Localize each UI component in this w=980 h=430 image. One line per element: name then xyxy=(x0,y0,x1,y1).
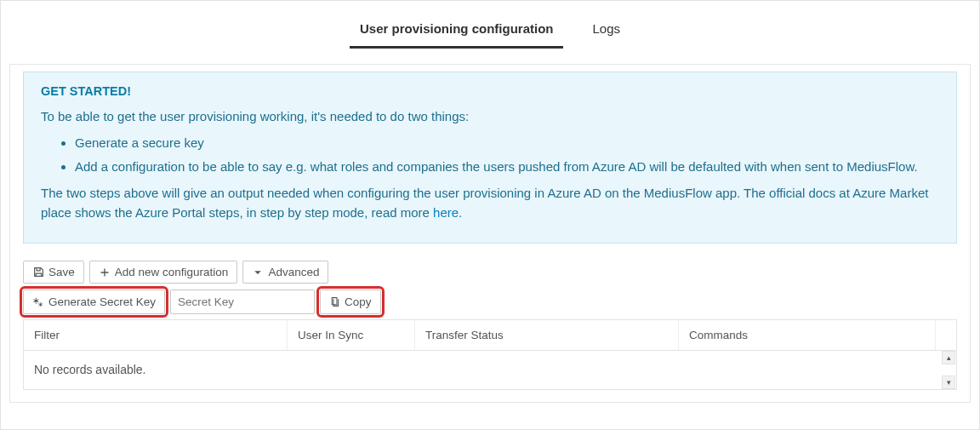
callout-intro: To be able to get the user provisioning … xyxy=(41,106,939,126)
generate-label: Generate Secret Key xyxy=(48,295,156,308)
gears-icon xyxy=(32,296,44,308)
save-label: Save xyxy=(48,266,75,278)
advanced-label: Advanced xyxy=(268,266,319,278)
col-scroll-gutter xyxy=(936,320,956,350)
col-filter[interactable]: Filter xyxy=(24,320,288,350)
tab-label: User provisioning configuration xyxy=(360,21,554,36)
copy-icon xyxy=(329,296,340,307)
scroll-up-button[interactable]: ▴ xyxy=(942,351,955,364)
tab-bar: User provisioning configuration Logs xyxy=(1,1,979,49)
callout-outro-text: The two steps above will give an output … xyxy=(41,186,928,220)
grid-body: No records available. ▴ ▾ xyxy=(24,351,956,389)
callout-title: GET STARTED! xyxy=(41,84,939,98)
caret-down-icon xyxy=(252,267,264,278)
col-user-in-sync[interactable]: User In Sync xyxy=(288,320,415,350)
grid-header: Filter User In Sync Transfer Status Comm… xyxy=(24,320,956,351)
callout-bullet-generate-key: Generate a secure key xyxy=(75,133,939,152)
add-configuration-button[interactable]: Add new configuration xyxy=(89,261,238,284)
secret-key-input[interactable] xyxy=(170,290,315,314)
callout-bullet-add-config: Add a configuration to be able to say e.… xyxy=(75,157,939,176)
chevron-up-icon: ▴ xyxy=(947,353,951,362)
add-label: Add new configuration xyxy=(115,266,229,278)
scroll-down-button[interactable]: ▾ xyxy=(942,376,955,389)
page-root: User provisioning configuration Logs GET… xyxy=(0,0,980,430)
toolbar: Save Add new configuration Advanced xyxy=(23,261,957,284)
tab-label: Logs xyxy=(592,21,620,36)
generate-secret-key-button[interactable]: Generate Secret Key xyxy=(23,290,165,314)
col-transfer-status[interactable]: Transfer Status xyxy=(415,320,679,350)
copy-label: Copy xyxy=(345,295,372,308)
svg-point-1 xyxy=(39,303,42,306)
tab-logs[interactable]: Logs xyxy=(585,21,627,48)
callout-outro-tail: . xyxy=(459,205,462,220)
plus-icon xyxy=(99,267,111,278)
get-started-callout: GET STARTED! To be able to get the user … xyxy=(23,72,957,244)
save-button[interactable]: Save xyxy=(23,261,84,284)
configurations-grid: Filter User In Sync Transfer Status Comm… xyxy=(23,319,957,390)
chevron-down-icon: ▾ xyxy=(947,378,951,387)
save-icon xyxy=(32,267,44,278)
secret-key-row: Generate Secret Key Copy xyxy=(23,290,957,314)
read-more-link[interactable]: here xyxy=(433,205,459,220)
copy-button[interactable]: Copy xyxy=(320,290,381,314)
col-commands[interactable]: Commands xyxy=(679,320,936,350)
advanced-button[interactable]: Advanced xyxy=(242,261,328,284)
tab-user-provisioning-config[interactable]: User provisioning configuration xyxy=(353,21,561,48)
callout-outro: The two steps above will give an output … xyxy=(41,183,939,223)
svg-point-0 xyxy=(35,299,38,302)
callout-list: Generate a secure key Add a configuratio… xyxy=(75,133,939,176)
grid-empty-message: No records available. xyxy=(24,351,956,388)
main-panel: GET STARTED! To be able to get the user … xyxy=(9,64,971,403)
